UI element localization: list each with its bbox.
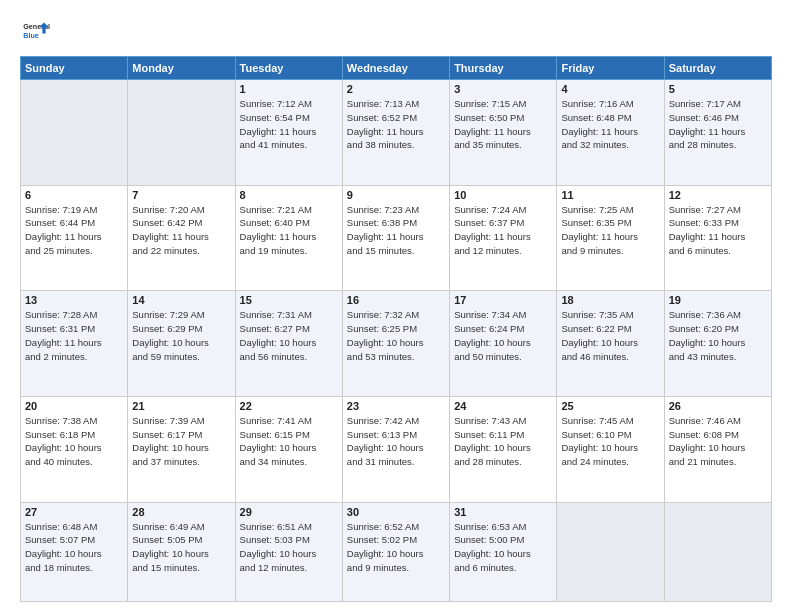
day-info: Sunrise: 7:15 AMSunset: 6:50 PMDaylight:… bbox=[454, 97, 552, 152]
day-number: 31 bbox=[454, 506, 552, 518]
day-number: 6 bbox=[25, 189, 123, 201]
day-number: 7 bbox=[132, 189, 230, 201]
day-info: Sunrise: 7:35 AMSunset: 6:22 PMDaylight:… bbox=[561, 308, 659, 363]
logo-icon: General Blue bbox=[20, 16, 52, 48]
calendar-week-1: 1Sunrise: 7:12 AMSunset: 6:54 PMDaylight… bbox=[21, 80, 772, 186]
day-number: 15 bbox=[240, 294, 338, 306]
weekday-wednesday: Wednesday bbox=[342, 57, 449, 80]
day-number: 13 bbox=[25, 294, 123, 306]
day-info: Sunrise: 6:48 AMSunset: 5:07 PMDaylight:… bbox=[25, 520, 123, 575]
calendar-cell bbox=[128, 80, 235, 186]
day-info: Sunrise: 7:46 AMSunset: 6:08 PMDaylight:… bbox=[669, 414, 767, 469]
day-info: Sunrise: 7:36 AMSunset: 6:20 PMDaylight:… bbox=[669, 308, 767, 363]
calendar-cell bbox=[664, 502, 771, 601]
calendar-cell: 18Sunrise: 7:35 AMSunset: 6:22 PMDayligh… bbox=[557, 291, 664, 397]
day-number: 17 bbox=[454, 294, 552, 306]
logo: General Blue bbox=[20, 16, 52, 48]
day-info: Sunrise: 7:31 AMSunset: 6:27 PMDaylight:… bbox=[240, 308, 338, 363]
day-number: 21 bbox=[132, 400, 230, 412]
day-number: 8 bbox=[240, 189, 338, 201]
calendar-cell: 17Sunrise: 7:34 AMSunset: 6:24 PMDayligh… bbox=[450, 291, 557, 397]
day-number: 3 bbox=[454, 83, 552, 95]
calendar-cell: 30Sunrise: 6:52 AMSunset: 5:02 PMDayligh… bbox=[342, 502, 449, 601]
day-info: Sunrise: 7:16 AMSunset: 6:48 PMDaylight:… bbox=[561, 97, 659, 152]
day-info: Sunrise: 7:24 AMSunset: 6:37 PMDaylight:… bbox=[454, 203, 552, 258]
weekday-tuesday: Tuesday bbox=[235, 57, 342, 80]
header: General Blue bbox=[20, 16, 772, 48]
day-number: 19 bbox=[669, 294, 767, 306]
weekday-monday: Monday bbox=[128, 57, 235, 80]
day-number: 24 bbox=[454, 400, 552, 412]
day-info: Sunrise: 7:38 AMSunset: 6:18 PMDaylight:… bbox=[25, 414, 123, 469]
calendar-cell: 4Sunrise: 7:16 AMSunset: 6:48 PMDaylight… bbox=[557, 80, 664, 186]
day-number: 4 bbox=[561, 83, 659, 95]
day-number: 23 bbox=[347, 400, 445, 412]
day-info: Sunrise: 7:20 AMSunset: 6:42 PMDaylight:… bbox=[132, 203, 230, 258]
calendar-week-5: 27Sunrise: 6:48 AMSunset: 5:07 PMDayligh… bbox=[21, 502, 772, 601]
day-info: Sunrise: 6:53 AMSunset: 5:00 PMDaylight:… bbox=[454, 520, 552, 575]
calendar-cell bbox=[557, 502, 664, 601]
calendar-cell: 14Sunrise: 7:29 AMSunset: 6:29 PMDayligh… bbox=[128, 291, 235, 397]
calendar-cell: 28Sunrise: 6:49 AMSunset: 5:05 PMDayligh… bbox=[128, 502, 235, 601]
calendar-cell: 13Sunrise: 7:28 AMSunset: 6:31 PMDayligh… bbox=[21, 291, 128, 397]
day-number: 29 bbox=[240, 506, 338, 518]
day-info: Sunrise: 7:39 AMSunset: 6:17 PMDaylight:… bbox=[132, 414, 230, 469]
day-info: Sunrise: 7:32 AMSunset: 6:25 PMDaylight:… bbox=[347, 308, 445, 363]
day-number: 18 bbox=[561, 294, 659, 306]
calendar-week-2: 6Sunrise: 7:19 AMSunset: 6:44 PMDaylight… bbox=[21, 185, 772, 291]
calendar-week-4: 20Sunrise: 7:38 AMSunset: 6:18 PMDayligh… bbox=[21, 396, 772, 502]
day-info: Sunrise: 6:49 AMSunset: 5:05 PMDaylight:… bbox=[132, 520, 230, 575]
day-number: 9 bbox=[347, 189, 445, 201]
day-number: 2 bbox=[347, 83, 445, 95]
day-number: 11 bbox=[561, 189, 659, 201]
calendar-cell: 11Sunrise: 7:25 AMSunset: 6:35 PMDayligh… bbox=[557, 185, 664, 291]
day-number: 5 bbox=[669, 83, 767, 95]
calendar-cell: 29Sunrise: 6:51 AMSunset: 5:03 PMDayligh… bbox=[235, 502, 342, 601]
calendar-cell: 27Sunrise: 6:48 AMSunset: 5:07 PMDayligh… bbox=[21, 502, 128, 601]
calendar-cell bbox=[21, 80, 128, 186]
day-info: Sunrise: 7:34 AMSunset: 6:24 PMDaylight:… bbox=[454, 308, 552, 363]
day-number: 1 bbox=[240, 83, 338, 95]
weekday-header-row: SundayMondayTuesdayWednesdayThursdayFrid… bbox=[21, 57, 772, 80]
day-info: Sunrise: 7:17 AMSunset: 6:46 PMDaylight:… bbox=[669, 97, 767, 152]
calendar-week-3: 13Sunrise: 7:28 AMSunset: 6:31 PMDayligh… bbox=[21, 291, 772, 397]
day-info: Sunrise: 7:42 AMSunset: 6:13 PMDaylight:… bbox=[347, 414, 445, 469]
calendar-cell: 1Sunrise: 7:12 AMSunset: 6:54 PMDaylight… bbox=[235, 80, 342, 186]
day-info: Sunrise: 7:25 AMSunset: 6:35 PMDaylight:… bbox=[561, 203, 659, 258]
day-info: Sunrise: 7:43 AMSunset: 6:11 PMDaylight:… bbox=[454, 414, 552, 469]
day-number: 27 bbox=[25, 506, 123, 518]
calendar-cell: 9Sunrise: 7:23 AMSunset: 6:38 PMDaylight… bbox=[342, 185, 449, 291]
calendar-cell: 21Sunrise: 7:39 AMSunset: 6:17 PMDayligh… bbox=[128, 396, 235, 502]
calendar-cell: 15Sunrise: 7:31 AMSunset: 6:27 PMDayligh… bbox=[235, 291, 342, 397]
day-info: Sunrise: 7:29 AMSunset: 6:29 PMDaylight:… bbox=[132, 308, 230, 363]
day-number: 30 bbox=[347, 506, 445, 518]
day-number: 25 bbox=[561, 400, 659, 412]
calendar-cell: 25Sunrise: 7:45 AMSunset: 6:10 PMDayligh… bbox=[557, 396, 664, 502]
day-info: Sunrise: 7:45 AMSunset: 6:10 PMDaylight:… bbox=[561, 414, 659, 469]
calendar-cell: 6Sunrise: 7:19 AMSunset: 6:44 PMDaylight… bbox=[21, 185, 128, 291]
weekday-thursday: Thursday bbox=[450, 57, 557, 80]
calendar-cell: 7Sunrise: 7:20 AMSunset: 6:42 PMDaylight… bbox=[128, 185, 235, 291]
calendar-cell: 24Sunrise: 7:43 AMSunset: 6:11 PMDayligh… bbox=[450, 396, 557, 502]
calendar-table: SundayMondayTuesdayWednesdayThursdayFrid… bbox=[20, 56, 772, 602]
page: General Blue SundayMondayTuesdayWednesda… bbox=[0, 0, 792, 612]
weekday-sunday: Sunday bbox=[21, 57, 128, 80]
calendar-cell: 2Sunrise: 7:13 AMSunset: 6:52 PMDaylight… bbox=[342, 80, 449, 186]
day-info: Sunrise: 6:51 AMSunset: 5:03 PMDaylight:… bbox=[240, 520, 338, 575]
calendar-cell: 5Sunrise: 7:17 AMSunset: 6:46 PMDaylight… bbox=[664, 80, 771, 186]
day-number: 14 bbox=[132, 294, 230, 306]
calendar-cell: 26Sunrise: 7:46 AMSunset: 6:08 PMDayligh… bbox=[664, 396, 771, 502]
calendar-cell: 31Sunrise: 6:53 AMSunset: 5:00 PMDayligh… bbox=[450, 502, 557, 601]
day-number: 22 bbox=[240, 400, 338, 412]
calendar-cell: 23Sunrise: 7:42 AMSunset: 6:13 PMDayligh… bbox=[342, 396, 449, 502]
day-info: Sunrise: 7:12 AMSunset: 6:54 PMDaylight:… bbox=[240, 97, 338, 152]
calendar-cell: 10Sunrise: 7:24 AMSunset: 6:37 PMDayligh… bbox=[450, 185, 557, 291]
calendar-cell: 19Sunrise: 7:36 AMSunset: 6:20 PMDayligh… bbox=[664, 291, 771, 397]
calendar-cell: 16Sunrise: 7:32 AMSunset: 6:25 PMDayligh… bbox=[342, 291, 449, 397]
day-info: Sunrise: 7:23 AMSunset: 6:38 PMDaylight:… bbox=[347, 203, 445, 258]
day-info: Sunrise: 7:21 AMSunset: 6:40 PMDaylight:… bbox=[240, 203, 338, 258]
day-number: 28 bbox=[132, 506, 230, 518]
calendar-cell: 12Sunrise: 7:27 AMSunset: 6:33 PMDayligh… bbox=[664, 185, 771, 291]
day-info: Sunrise: 7:41 AMSunset: 6:15 PMDaylight:… bbox=[240, 414, 338, 469]
day-number: 12 bbox=[669, 189, 767, 201]
